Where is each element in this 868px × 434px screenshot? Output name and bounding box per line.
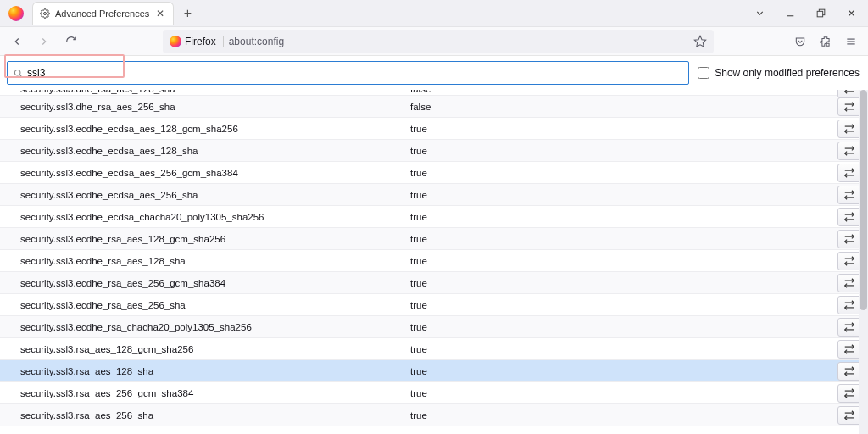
pref-row[interactable]: security.ssl3.ecdhe_rsa_aes_256_gcm_sha3…: [0, 271, 868, 293]
pref-name: security.ssl3.rsa_aes_256_gcm_sha384: [20, 388, 410, 398]
pref-value: true: [410, 212, 837, 222]
pref-name: security.ssl3.dhe_rsa_aes_128_sha: [20, 90, 410, 94]
svg-line-11: [19, 75, 22, 77]
pref-name: security.ssl3.dhe_rsa_aes_256_sha: [20, 102, 410, 112]
firefox-icon: [170, 36, 181, 47]
pref-row[interactable]: security.ssl3.ecdhe_ecdsa_aes_256_gcm_sh…: [0, 161, 868, 183]
tab-close-button[interactable]: ✕: [154, 8, 166, 19]
pref-value: true: [410, 344, 837, 354]
url-bar[interactable]: Firefox about:config: [163, 30, 714, 53]
pref-row[interactable]: security.ssl3.ecdhe_rsa_aes_128_shatrue: [0, 249, 868, 271]
toggle-button[interactable]: [837, 340, 861, 359]
search-icon: [13, 68, 24, 79]
pref-value: true: [410, 234, 837, 244]
pref-name: security.ssl3.rsa_aes_256_sha: [20, 410, 410, 420]
pref-row[interactable]: security.ssl3.rsa_aes_128_gcm_sha256true: [0, 337, 868, 359]
show-modified-only[interactable]: Show only modified preferences: [698, 67, 860, 79]
pref-value: true: [410, 322, 837, 332]
pref-row[interactable]: security.ssl3.ecdhe_ecdsa_aes_256_shatru…: [0, 183, 868, 205]
url-prefix: Firefox: [185, 36, 224, 47]
forward-button[interactable]: [32, 30, 56, 53]
pref-value: true: [410, 300, 837, 310]
pref-name: security.ssl3.ecdhe_ecdsa_aes_128_sha: [20, 146, 410, 156]
toggle-button[interactable]: [837, 384, 861, 403]
pref-value: true: [410, 366, 837, 376]
bookmark-star-icon[interactable]: [693, 35, 707, 48]
tab-strip: Advanced Preferences ✕ +: [0, 0, 868, 27]
vertical-scrollbar[interactable]: [859, 90, 868, 434]
pref-row[interactable]: security.ssl3.dhe_rsa_aes_256_shafalse: [0, 95, 868, 117]
pref-row[interactable]: security.ssl3.ecdhe_ecdsa_chacha20_poly1…: [0, 205, 868, 227]
svg-point-0: [44, 13, 47, 15]
pref-value: true: [410, 168, 837, 178]
pref-name: security.ssl3.ecdhe_ecdsa_aes_128_gcm_sh…: [20, 124, 410, 134]
toggle-button[interactable]: [837, 318, 861, 337]
pref-value: true: [410, 146, 837, 156]
pref-value: true: [410, 278, 837, 288]
pref-value: false: [410, 102, 837, 112]
pref-name: security.ssl3.ecdhe_rsa_aes_256_sha: [20, 300, 410, 310]
reload-button[interactable]: [59, 30, 83, 53]
search-row: Show only modified preferences: [0, 56, 868, 90]
pref-row[interactable]: security.ssl3.ecdhe_ecdsa_aes_128_gcm_sh…: [0, 117, 868, 139]
browser-tab[interactable]: Advanced Preferences ✕: [32, 2, 174, 25]
pref-row[interactable]: security.ssl3.rsa_aes_128_shatrue: [0, 359, 868, 381]
toggle-button[interactable]: [837, 274, 861, 292]
pref-value: true: [410, 256, 837, 266]
show-modified-only-label: Show only modified preferences: [715, 67, 860, 79]
pref-name: security.ssl3.ecdhe_rsa_aes_128_sha: [20, 256, 410, 266]
extensions-button[interactable]: [814, 30, 837, 53]
toggle-button[interactable]: [837, 208, 861, 226]
pref-row[interactable]: security.ssl3.ecdhe_rsa_aes_128_gcm_sha2…: [0, 227, 868, 249]
window-close-button[interactable]: [837, 2, 865, 25]
toggle-button[interactable]: [837, 296, 861, 314]
pref-value: true: [410, 124, 837, 134]
toggle-button[interactable]: [837, 142, 861, 160]
back-button[interactable]: [5, 30, 29, 53]
toggle-button[interactable]: [837, 230, 861, 248]
window-restore-button[interactable]: [807, 2, 834, 25]
pref-name: security.ssl3.rsa_aes_128_gcm_sha256: [20, 344, 410, 354]
pref-value: false: [410, 90, 837, 94]
url-text: about:config: [229, 36, 284, 47]
toggle-button[interactable]: [837, 97, 861, 116]
new-tab-button[interactable]: +: [177, 3, 198, 24]
pref-name: security.ssl3.ecdhe_ecdsa_aes_256_gcm_sh…: [20, 168, 410, 178]
pref-name: security.ssl3.ecdhe_ecdsa_aes_256_sha: [20, 190, 410, 200]
pref-value: true: [410, 410, 837, 420]
pref-name: security.ssl3.ecdhe_ecdsa_chacha20_poly1…: [20, 212, 410, 222]
toggle-button[interactable]: [837, 362, 861, 381]
pref-name: security.ssl3.ecdhe_rsa_aes_128_gcm_sha2…: [20, 234, 410, 244]
scrollbar-thumb[interactable]: [860, 90, 867, 310]
show-modified-only-checkbox[interactable]: [698, 67, 709, 79]
pref-row[interactable]: security.ssl3.ecdhe_rsa_aes_256_shatrue: [0, 293, 868, 315]
pref-row[interactable]: security.ssl3.rsa_aes_256_shatrue: [0, 403, 868, 426]
pref-row[interactable]: security.ssl3.ecdhe_ecdsa_aes_128_shatru…: [0, 139, 868, 161]
svg-point-10: [14, 70, 20, 75]
pref-name: security.ssl3.rsa_aes_128_sha: [20, 366, 410, 376]
toggle-button[interactable]: [837, 164, 861, 182]
url-identity[interactable]: Firefox: [170, 36, 224, 47]
pref-name: security.ssl3.ecdhe_rsa_chacha20_poly130…: [20, 322, 410, 332]
tab-title: Advanced Preferences: [55, 8, 149, 19]
app-menu-button[interactable]: [839, 30, 863, 53]
pref-search-box[interactable]: [7, 61, 689, 85]
pref-name: security.ssl3.ecdhe_rsa_aes_256_gcm_sha3…: [20, 278, 410, 288]
toggle-button[interactable]: [837, 406, 861, 425]
svg-marker-6: [694, 36, 705, 47]
gear-icon: [40, 8, 50, 19]
svg-rect-3: [817, 11, 823, 16]
pref-search-input[interactable]: [27, 62, 683, 84]
window-minimize-button[interactable]: [776, 2, 804, 25]
pref-row[interactable]: security.ssl3.rsa_aes_256_gcm_sha384true: [0, 381, 868, 403]
toggle-button[interactable]: [837, 252, 861, 270]
save-to-pocket-button[interactable]: [788, 30, 812, 53]
pref-row[interactable]: security.ssl3.ecdhe_rsa_chacha20_poly130…: [0, 315, 868, 337]
pref-value: true: [410, 190, 837, 200]
tabs-dropdown-button[interactable]: [746, 2, 773, 25]
firefox-logo-icon: [8, 6, 24, 21]
toggle-button[interactable]: [837, 186, 861, 204]
pref-list[interactable]: security.ssl3.dhe_rsa_aes_128_shafalsese…: [0, 90, 868, 434]
toggle-button[interactable]: [837, 120, 861, 138]
about-config-content: Show only modified preferences security.…: [0, 56, 868, 434]
